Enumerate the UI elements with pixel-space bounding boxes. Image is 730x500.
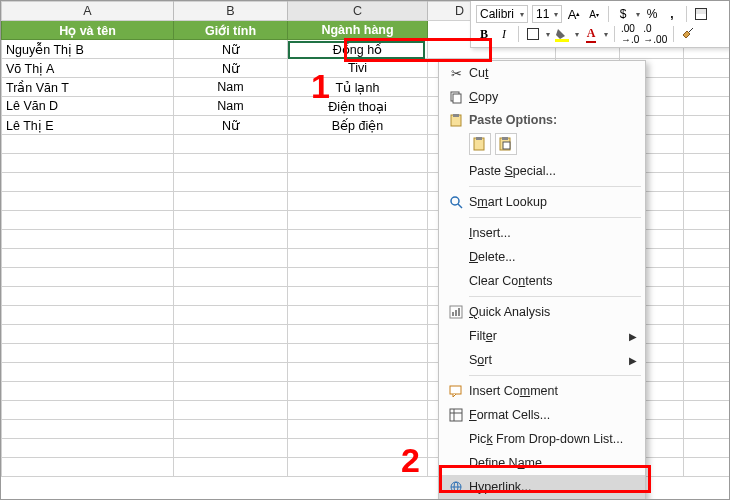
cell[interactable]: Tủ lạnh xyxy=(288,78,428,97)
table-header-gender[interactable]: Giới tính xyxy=(174,21,288,40)
decrease-font-icon[interactable]: A▾ xyxy=(586,6,602,22)
paste-option-values[interactable] xyxy=(495,133,517,155)
svg-line-0 xyxy=(689,28,693,32)
cell[interactable]: Nữ xyxy=(174,59,288,78)
menu-hyperlink[interactable]: Hyperlink... xyxy=(439,475,645,499)
cell[interactable]: Nữ xyxy=(174,116,288,135)
comma-format-icon[interactable]: , xyxy=(664,6,680,22)
italic-button[interactable]: I xyxy=(496,26,512,42)
menu-paste-special[interactable]: Paste Special... xyxy=(439,159,645,183)
cell[interactable]: Tivi xyxy=(288,59,428,78)
cell[interactable]: Điện thoại xyxy=(288,97,428,116)
svg-point-10 xyxy=(451,197,459,205)
accounting-format-icon[interactable]: $ xyxy=(615,6,631,22)
menu-pick-from-list[interactable]: Pick From Drop-down List... xyxy=(439,427,645,451)
cell[interactable]: Trần Văn T xyxy=(2,78,174,97)
cell[interactable]: Bếp điện xyxy=(288,116,428,135)
svg-rect-13 xyxy=(452,312,454,316)
context-menu: ✂ Cut Copy Paste Options: Paste Special.… xyxy=(438,60,646,500)
bold-button[interactable]: B xyxy=(476,26,492,42)
col-header-C[interactable]: C xyxy=(288,2,428,21)
menu-sort[interactable]: Sort▶ xyxy=(439,348,645,372)
cell[interactable]: Lê Văn D xyxy=(2,97,174,116)
cell[interactable]: Võ Thị A xyxy=(2,59,174,78)
menu-copy[interactable]: Copy xyxy=(439,85,645,109)
col-header-B[interactable]: B xyxy=(174,2,288,21)
increase-font-icon[interactable]: A▴ xyxy=(566,6,582,22)
menu-format-cells[interactable]: Format Cells... xyxy=(439,403,645,427)
svg-rect-17 xyxy=(450,409,462,421)
cell-selected[interactable]: Đồng hồ xyxy=(288,40,428,59)
font-size-select[interactable]: 11▾ xyxy=(532,5,562,23)
format-cells-icon xyxy=(443,408,469,422)
menu-insert[interactable]: Insert... xyxy=(439,221,645,245)
menu-insert-comment[interactable]: Insert Comment xyxy=(439,379,645,403)
menu-clear-contents[interactable]: Clear Contents xyxy=(439,269,645,293)
menu-cut[interactable]: ✂ Cut xyxy=(439,61,645,85)
menu-filter[interactable]: Filter▶ xyxy=(439,324,645,348)
cell[interactable]: Nam xyxy=(174,78,288,97)
percent-format-icon[interactable]: % xyxy=(644,6,660,22)
comment-icon xyxy=(443,384,469,398)
menu-quick-analysis[interactable]: Quick Analysis xyxy=(439,300,645,324)
cell[interactable]: Nam xyxy=(174,97,288,116)
svg-rect-4 xyxy=(453,114,459,117)
paste-options-row xyxy=(439,131,645,159)
svg-rect-6 xyxy=(476,137,482,140)
menu-paste-options-header: Paste Options: xyxy=(439,109,645,131)
table-header-branch[interactable]: Ngành hàng xyxy=(288,21,428,40)
scissors-icon: ✂ xyxy=(443,66,469,81)
paste-option-default[interactable] xyxy=(469,133,491,155)
copy-icon xyxy=(443,90,469,104)
table-header-name[interactable]: Họ và tên xyxy=(2,21,174,40)
hyperlink-icon xyxy=(443,480,469,494)
svg-rect-14 xyxy=(455,310,457,316)
table-format-icon[interactable] xyxy=(693,6,709,22)
fill-color-button[interactable] xyxy=(554,26,570,42)
col-header-A[interactable]: A xyxy=(2,2,174,21)
increase-decimal-icon[interactable]: .0→.00 xyxy=(643,26,667,42)
quick-analysis-icon xyxy=(443,305,469,319)
menu-smart-lookup[interactable]: Smart Lookup xyxy=(439,190,645,214)
search-icon xyxy=(443,195,469,209)
svg-rect-9 xyxy=(503,142,510,149)
cell[interactable]: Lê Thị E xyxy=(2,116,174,135)
font-color-button[interactable]: A xyxy=(583,26,599,42)
cell[interactable]: Nguyễn Thị B xyxy=(2,40,174,59)
svg-rect-16 xyxy=(450,386,461,394)
paste-icon xyxy=(443,113,469,127)
svg-rect-15 xyxy=(458,308,460,316)
font-name-select[interactable]: Calibri▾ xyxy=(476,5,528,23)
borders-button[interactable] xyxy=(525,26,541,42)
menu-delete[interactable]: Delete... xyxy=(439,245,645,269)
svg-line-11 xyxy=(458,204,462,208)
menu-define-name[interactable]: Define Name... xyxy=(439,451,645,475)
svg-rect-8 xyxy=(502,137,508,140)
mini-toolbar: Calibri▾ 11▾ A▴ A▾ $ ▾ % , B I ▾ ▾ A▾ .0… xyxy=(470,0,730,48)
format-painter-icon[interactable] xyxy=(680,26,696,42)
decrease-decimal-icon[interactable]: .00→.0 xyxy=(621,26,639,42)
cell[interactable]: Nữ xyxy=(174,40,288,59)
svg-rect-2 xyxy=(453,94,461,103)
